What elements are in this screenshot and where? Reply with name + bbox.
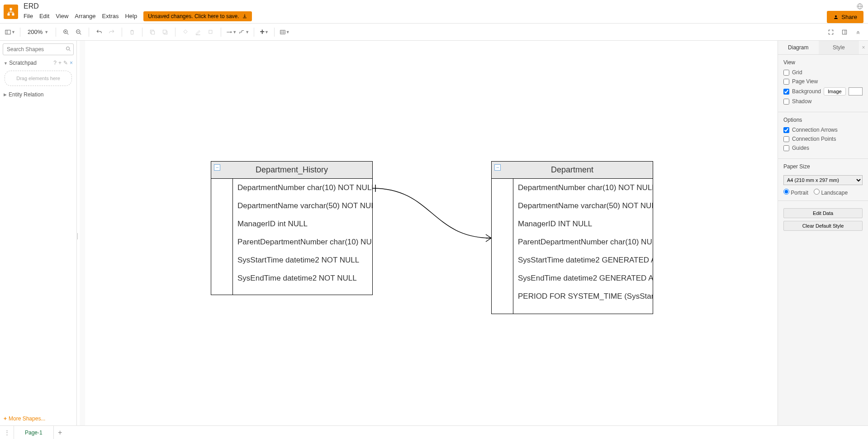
entity-column[interactable]: DepartmentName varchar(50) NOT NULL <box>513 197 653 215</box>
entity-column[interactable]: DepartmentNumber char(10) NOT NULL <box>233 179 372 197</box>
zoom-in-button[interactable] <box>61 27 71 38</box>
shadow-button[interactable] <box>205 27 216 38</box>
line-color-button[interactable] <box>193 27 204 38</box>
undo-button[interactable] <box>94 27 104 38</box>
app-logo[interactable] <box>4 5 18 19</box>
collapse-icon[interactable]: − <box>214 164 220 171</box>
entity-column[interactable]: ParentDepartmentNumber char(10) NULL <box>233 233 372 251</box>
fullscreen-button[interactable] <box>825 27 836 38</box>
menu-arrange[interactable]: Arrange <box>75 13 95 19</box>
category-entity-relation[interactable]: ▶Entity Relation <box>0 89 76 100</box>
entity-header[interactable]: −Department <box>492 162 653 179</box>
svg-point-29 <box>66 47 70 50</box>
menu-view[interactable]: View <box>56 13 68 19</box>
add-icon[interactable]: + <box>58 60 62 66</box>
globe-icon[interactable] <box>856 3 863 10</box>
canvas[interactable]: −Department_HistoryDepartmentNumber char… <box>85 41 778 425</box>
portrait-radio[interactable] <box>783 189 789 195</box>
entity-column[interactable]: ManagerID int NULL <box>233 215 372 233</box>
insert-button[interactable]: +▼ <box>259 27 270 38</box>
pageview-checkbox-row[interactable]: Page View <box>783 78 863 85</box>
entity-gutter <box>211 179 233 295</box>
zoom-dropdown[interactable]: 200%▼ <box>25 29 51 35</box>
entity-column[interactable]: SysStartTime datetime2 GENERATED ALWAYS … <box>513 251 653 269</box>
conn-arrows-checkbox[interactable] <box>783 127 789 133</box>
zoom-out-button[interactable] <box>73 27 84 38</box>
conn-points-row[interactable]: Connection Points <box>783 136 863 142</box>
shadow-checkbox-row[interactable]: Shadow <box>783 98 863 105</box>
portrait-radio-row[interactable]: Portrait <box>783 189 808 196</box>
entity-header[interactable]: −Department_History <box>211 162 372 179</box>
edit-data-button[interactable]: Edit Data <box>783 208 863 218</box>
paper-panel: Paper Size A4 (210 mm x 297 mm) Portrait… <box>778 158 868 200</box>
table-button[interactable]: ▼ <box>279 27 290 38</box>
add-page-button[interactable]: + <box>54 429 66 437</box>
menu-help[interactable]: Help <box>125 13 137 19</box>
tab-diagram[interactable]: Diagram <box>778 41 819 54</box>
redo-button[interactable] <box>106 27 117 38</box>
entity-column[interactable]: PERIOD FOR SYSTEM_TIME (SysStartTime, Sy… <box>513 287 653 305</box>
entity-column[interactable]: DepartmentName varchar(50) NOT NULL <box>233 197 372 215</box>
more-shapes-button[interactable]: +More Shapes... <box>0 412 76 425</box>
waypoints-button[interactable]: ▼ <box>238 27 249 38</box>
grid-checkbox[interactable] <box>783 70 789 76</box>
entity-dept_history[interactable]: −Department_HistoryDepartmentNumber char… <box>211 161 373 295</box>
options-title: Options <box>783 117 863 123</box>
entity-column[interactable]: ParentDepartmentNumber char(10) NULL <box>513 233 653 251</box>
search-shapes-input[interactable] <box>3 43 74 55</box>
menu-edit[interactable]: Edit <box>39 13 49 19</box>
pages-menu-button[interactable]: ⋮ <box>0 429 14 436</box>
header-right: Share <box>827 11 863 23</box>
entity-column[interactable]: ManagerID INT NULL <box>513 215 653 233</box>
grid-checkbox-row[interactable]: Grid <box>783 69 863 76</box>
menu-file[interactable]: File <box>24 13 33 19</box>
svg-rect-17 <box>152 31 155 34</box>
entity-column[interactable]: DepartmentNumber char(10) NOT NULL <box>513 179 653 197</box>
delete-button[interactable] <box>127 27 138 38</box>
entity-title: Department <box>551 165 593 174</box>
guides-checkbox[interactable] <box>783 145 789 151</box>
help-icon[interactable]: ? <box>53 60 57 66</box>
scratchpad-dropzone[interactable]: Drag elements here <box>5 71 72 86</box>
landscape-radio-row[interactable]: Landscape <box>814 189 848 196</box>
tab-style[interactable]: Style <box>819 41 859 54</box>
background-color-swatch[interactable] <box>849 87 863 95</box>
close-icon[interactable]: × <box>70 60 73 66</box>
conn-points-checkbox[interactable] <box>783 136 789 142</box>
document-title[interactable]: ERD <box>24 2 864 10</box>
footer: ⋮ Page-1 + <box>0 425 868 439</box>
edit-icon[interactable]: ✎ <box>63 60 68 66</box>
conn-arrows-row[interactable]: Connection Arrows <box>783 127 863 133</box>
clear-default-style-button[interactable]: Clear Default Style <box>783 221 863 231</box>
fill-color-button[interactable] <box>180 27 191 38</box>
view-panel: View Grid Page View Background Image Sha… <box>778 55 868 112</box>
menu-extras[interactable]: Extras <box>102 13 119 19</box>
background-checkbox[interactable] <box>783 89 789 95</box>
entity-gutter <box>492 179 513 314</box>
background-image-button[interactable]: Image <box>824 87 846 95</box>
unsaved-changes-button[interactable]: Unsaved changes. Click here to save. <box>143 11 251 21</box>
shadow-checkbox[interactable] <box>783 99 789 105</box>
landscape-radio[interactable] <box>814 189 820 195</box>
share-button[interactable]: Share <box>827 11 863 23</box>
format-panel-button[interactable] <box>839 27 850 38</box>
tab-close-button[interactable]: × <box>859 41 868 54</box>
sidebar-toggle-button[interactable]: ▼ <box>5 27 15 38</box>
header-bar: ERD File Edit View Arrange Extras Help U… <box>0 0 868 24</box>
entity-column[interactable]: SysStartTime datetime2 NOT NULL <box>233 251 372 269</box>
entity-column[interactable]: SysEndTime datetime2 GENERATED ALWAYS AS… <box>513 269 653 287</box>
scratchpad-header[interactable]: ▼ Scratchpad ? + ✎ × <box>0 58 76 68</box>
collapse-icon[interactable]: − <box>494 164 501 171</box>
to-front-button[interactable] <box>147 27 158 38</box>
page-tab-1[interactable]: Page-1 <box>14 426 54 439</box>
guides-row[interactable]: Guides <box>783 145 863 151</box>
sidebar-left: ▼ Scratchpad ? + ✎ × Drag elements here … <box>0 41 77 425</box>
save-icon <box>242 14 247 19</box>
collapse-button[interactable] <box>853 27 863 38</box>
pageview-checkbox[interactable] <box>783 79 789 85</box>
connection-button[interactable]: ▼ <box>226 27 237 38</box>
entity-dept[interactable]: −DepartmentDepartmentNumber char(10) NOT… <box>491 161 653 314</box>
to-back-button[interactable] <box>160 27 171 38</box>
paper-size-select[interactable]: A4 (210 mm x 297 mm) <box>783 175 863 185</box>
entity-column[interactable]: SysEndTime datetime2 NOT NULL <box>233 269 372 287</box>
